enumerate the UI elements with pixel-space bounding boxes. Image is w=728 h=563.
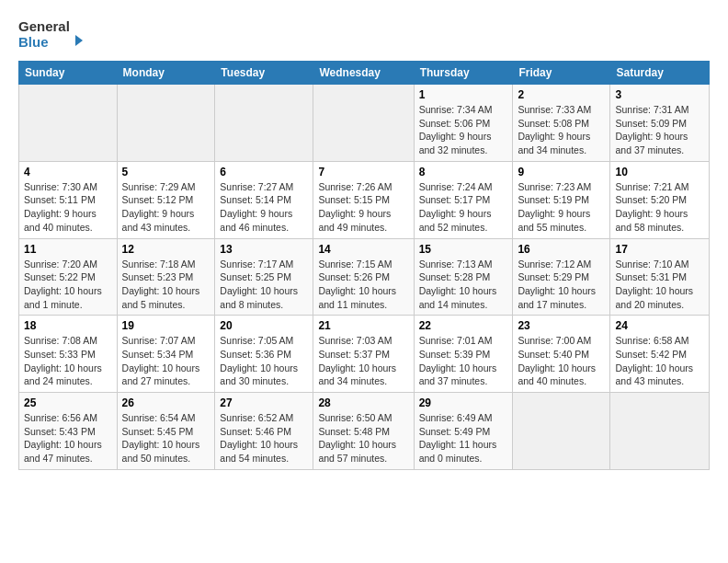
calendar-cell: 16Sunrise: 7:12 AM Sunset: 5:29 PM Dayli… xyxy=(513,238,610,316)
day-number: 13 xyxy=(220,243,308,256)
calendar-header: SundayMondayTuesdayWednesdayThursdayFrid… xyxy=(19,62,710,85)
calendar-cell: 19Sunrise: 7:07 AM Sunset: 5:34 PM Dayli… xyxy=(117,316,215,393)
calendar-cell: 1Sunrise: 7:34 AM Sunset: 5:06 PM Daylig… xyxy=(414,85,513,162)
day-number: 8 xyxy=(419,166,508,178)
calendar-cell: 22Sunrise: 7:01 AM Sunset: 5:39 PM Dayli… xyxy=(414,316,513,393)
day-number: 10 xyxy=(615,166,704,178)
day-info: Sunrise: 7:29 AM Sunset: 5:12 PM Dayligh… xyxy=(122,180,210,235)
day-info: Sunrise: 7:12 AM Sunset: 5:29 PM Dayligh… xyxy=(518,258,605,312)
weekday-header-wednesday: Wednesday xyxy=(313,62,414,85)
day-number: 29 xyxy=(419,396,508,409)
calendar-cell xyxy=(117,85,215,162)
calendar-cell: 14Sunrise: 7:15 AM Sunset: 5:26 PM Dayli… xyxy=(313,238,414,316)
day-info: Sunrise: 7:13 AM Sunset: 5:28 PM Dayligh… xyxy=(419,258,508,312)
calendar-cell: 21Sunrise: 7:03 AM Sunset: 5:37 PM Dayli… xyxy=(313,316,414,393)
calendar-cell: 25Sunrise: 6:56 AM Sunset: 5:43 PM Dayli… xyxy=(19,393,118,470)
day-number: 21 xyxy=(318,319,408,332)
day-info: Sunrise: 7:31 AM Sunset: 5:09 PM Dayligh… xyxy=(615,103,704,157)
calendar-cell xyxy=(513,393,610,470)
day-info: Sunrise: 7:01 AM Sunset: 5:39 PM Dayligh… xyxy=(419,334,508,388)
day-info: Sunrise: 7:27 AM Sunset: 5:14 PM Dayligh… xyxy=(220,180,308,235)
day-number: 12 xyxy=(122,243,210,256)
svg-marker-2 xyxy=(75,35,83,46)
day-info: Sunrise: 7:18 AM Sunset: 5:23 PM Dayligh… xyxy=(122,258,210,312)
day-number: 7 xyxy=(318,166,408,178)
calendar-cell xyxy=(313,85,414,162)
calendar-cell: 15Sunrise: 7:13 AM Sunset: 5:28 PM Dayli… xyxy=(414,238,513,316)
day-info: Sunrise: 7:20 AM Sunset: 5:22 PM Dayligh… xyxy=(24,258,112,312)
day-info: Sunrise: 7:21 AM Sunset: 5:20 PM Dayligh… xyxy=(615,180,704,235)
calendar-week-2: 4Sunrise: 7:30 AM Sunset: 5:11 PM Daylig… xyxy=(19,161,710,238)
calendar-cell: 27Sunrise: 6:52 AM Sunset: 5:46 PM Dayli… xyxy=(215,393,313,470)
day-number: 11 xyxy=(24,243,112,256)
day-info: Sunrise: 7:07 AM Sunset: 5:34 PM Dayligh… xyxy=(122,334,210,388)
calendar-week-3: 11Sunrise: 7:20 AM Sunset: 5:22 PM Dayli… xyxy=(19,238,710,316)
day-number: 9 xyxy=(518,166,605,178)
day-info: Sunrise: 7:15 AM Sunset: 5:26 PM Dayligh… xyxy=(318,258,408,312)
calendar-cell: 3Sunrise: 7:31 AM Sunset: 5:09 PM Daylig… xyxy=(610,85,710,162)
calendar-cell: 13Sunrise: 7:17 AM Sunset: 5:25 PM Dayli… xyxy=(215,238,313,316)
calendar-cell: 6Sunrise: 7:27 AM Sunset: 5:14 PM Daylig… xyxy=(215,161,313,238)
calendar-cell: 2Sunrise: 7:33 AM Sunset: 5:08 PM Daylig… xyxy=(513,85,610,162)
calendar-cell xyxy=(610,393,710,470)
day-number: 25 xyxy=(24,396,112,409)
calendar-cell: 18Sunrise: 7:08 AM Sunset: 5:33 PM Dayli… xyxy=(19,316,118,393)
day-number: 5 xyxy=(122,166,210,178)
calendar-cell: 7Sunrise: 7:26 AM Sunset: 5:15 PM Daylig… xyxy=(313,161,414,238)
weekday-header-tuesday: Tuesday xyxy=(215,62,313,85)
day-info: Sunrise: 7:33 AM Sunset: 5:08 PM Dayligh… xyxy=(518,103,605,157)
day-info: Sunrise: 7:30 AM Sunset: 5:11 PM Dayligh… xyxy=(24,180,112,235)
weekday-header-friday: Friday xyxy=(513,62,610,85)
day-info: Sunrise: 6:58 AM Sunset: 5:42 PM Dayligh… xyxy=(615,334,704,388)
calendar-week-5: 25Sunrise: 6:56 AM Sunset: 5:43 PM Dayli… xyxy=(19,393,710,470)
calendar-body: 1Sunrise: 7:34 AM Sunset: 5:06 PM Daylig… xyxy=(19,85,710,470)
calendar-cell: 17Sunrise: 7:10 AM Sunset: 5:31 PM Dayli… xyxy=(610,238,710,316)
day-number: 27 xyxy=(220,396,308,409)
day-info: Sunrise: 7:34 AM Sunset: 5:06 PM Dayligh… xyxy=(419,103,508,157)
day-info: Sunrise: 6:56 AM Sunset: 5:43 PM Dayligh… xyxy=(24,411,112,465)
day-number: 19 xyxy=(122,319,210,332)
day-info: Sunrise: 6:50 AM Sunset: 5:48 PM Dayligh… xyxy=(318,411,408,465)
logo-svg: GeneralBlue xyxy=(18,15,92,52)
calendar-cell: 20Sunrise: 7:05 AM Sunset: 5:36 PM Dayli… xyxy=(215,316,313,393)
day-info: Sunrise: 7:05 AM Sunset: 5:36 PM Dayligh… xyxy=(220,334,308,388)
day-info: Sunrise: 7:10 AM Sunset: 5:31 PM Dayligh… xyxy=(615,258,704,312)
day-number: 1 xyxy=(419,88,508,101)
day-number: 17 xyxy=(615,243,704,256)
day-number: 2 xyxy=(518,88,605,101)
day-info: Sunrise: 7:08 AM Sunset: 5:33 PM Dayligh… xyxy=(24,334,112,388)
day-info: Sunrise: 6:49 AM Sunset: 5:49 PM Dayligh… xyxy=(419,411,508,465)
calendar-cell: 24Sunrise: 6:58 AM Sunset: 5:42 PM Dayli… xyxy=(610,316,710,393)
day-number: 3 xyxy=(615,88,704,101)
calendar-cell: 11Sunrise: 7:20 AM Sunset: 5:22 PM Dayli… xyxy=(19,238,118,316)
day-number: 6 xyxy=(220,166,308,178)
weekday-header-thursday: Thursday xyxy=(414,62,513,85)
weekday-header-sunday: Sunday xyxy=(19,62,118,85)
day-number: 15 xyxy=(419,243,508,256)
day-number: 4 xyxy=(24,166,112,178)
day-number: 28 xyxy=(318,396,408,409)
calendar-cell xyxy=(215,85,313,162)
svg-text:General: General xyxy=(18,18,70,34)
calendar-cell: 26Sunrise: 6:54 AM Sunset: 5:45 PM Dayli… xyxy=(117,393,215,470)
day-number: 24 xyxy=(615,319,704,332)
logo: GeneralBlue xyxy=(18,15,92,52)
weekday-header-saturday: Saturday xyxy=(610,62,710,85)
calendar-cell: 29Sunrise: 6:49 AM Sunset: 5:49 PM Dayli… xyxy=(414,393,513,470)
day-info: Sunrise: 6:52 AM Sunset: 5:46 PM Dayligh… xyxy=(220,411,308,465)
calendar-cell: 10Sunrise: 7:21 AM Sunset: 5:20 PM Dayli… xyxy=(610,161,710,238)
day-info: Sunrise: 7:24 AM Sunset: 5:17 PM Dayligh… xyxy=(419,180,508,235)
header: GeneralBlue xyxy=(18,15,710,52)
calendar-cell: 12Sunrise: 7:18 AM Sunset: 5:23 PM Dayli… xyxy=(117,238,215,316)
day-number: 26 xyxy=(122,396,210,409)
day-info: Sunrise: 7:00 AM Sunset: 5:40 PM Dayligh… xyxy=(518,334,605,388)
day-number: 20 xyxy=(220,319,308,332)
calendar-cell: 28Sunrise: 6:50 AM Sunset: 5:48 PM Dayli… xyxy=(313,393,414,470)
calendar-table: SundayMondayTuesdayWednesdayThursdayFrid… xyxy=(18,61,710,470)
calendar-cell xyxy=(19,85,118,162)
day-info: Sunrise: 7:03 AM Sunset: 5:37 PM Dayligh… xyxy=(318,334,408,388)
day-number: 22 xyxy=(419,319,508,332)
calendar-cell: 4Sunrise: 7:30 AM Sunset: 5:11 PM Daylig… xyxy=(19,161,118,238)
day-info: Sunrise: 7:17 AM Sunset: 5:25 PM Dayligh… xyxy=(220,258,308,312)
weekday-header-monday: Monday xyxy=(117,62,215,85)
